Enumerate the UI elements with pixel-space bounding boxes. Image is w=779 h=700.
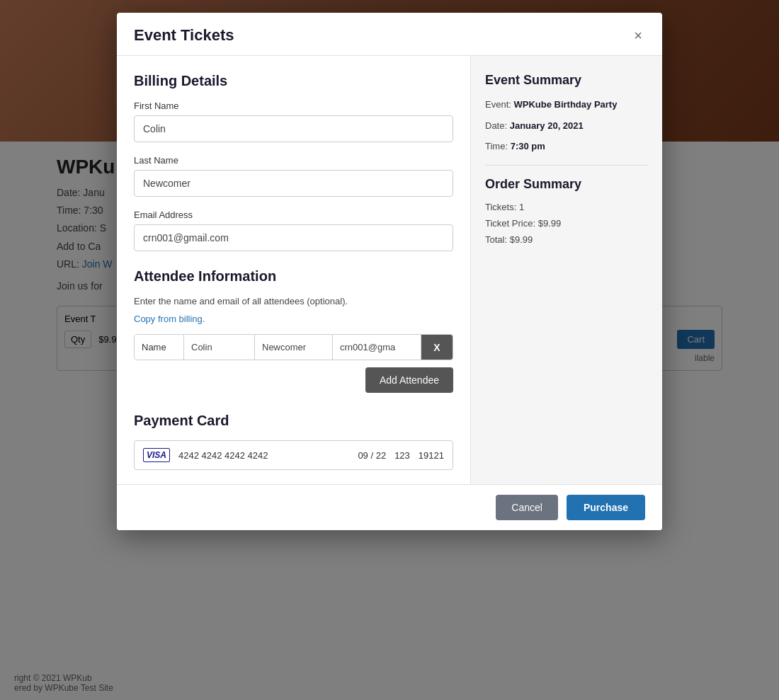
email-label: Email Address	[134, 210, 453, 220]
copy-from-billing-link[interactable]: Copy from billing.	[134, 314, 205, 324]
first-name-label: First Name	[134, 101, 453, 111]
tickets-value: 1	[519, 202, 524, 212]
attendee-first-name: Colin	[184, 335, 255, 360]
modal-overlay: Event Tickets × Billing Details First Na…	[0, 0, 779, 700]
ticket-price-row: Ticket Price: $9.99	[485, 218, 648, 229]
event-time-row: Time: 7:30 pm	[485, 139, 648, 154]
billing-section-title: Billing Details	[134, 73, 453, 89]
attendee-section-title: Attendee Information	[134, 268, 453, 285]
card-zip: 19121	[419, 450, 444, 461]
total-value: $9.99	[510, 234, 533, 245]
first-name-input[interactable]	[134, 115, 453, 142]
cancel-button[interactable]: Cancel	[496, 495, 558, 520]
modal-title: Event Tickets	[134, 26, 234, 45]
card-cvv: 123	[394, 450, 410, 461]
date-value: January 20, 2021	[510, 120, 584, 131]
price-value: $9.99	[538, 218, 562, 229]
card-expiry: 09 / 22	[358, 450, 386, 461]
modal-close-button[interactable]: ×	[631, 25, 645, 45]
add-attendee-button[interactable]: Add Attendee	[365, 367, 453, 393]
attendee-email: crn001@gma	[333, 335, 421, 360]
event-name: WPKube Birthday Party	[513, 99, 617, 110]
tickets-label: Tickets:	[485, 202, 516, 212]
event-summary-title: Event Summary	[485, 73, 648, 88]
modal: Event Tickets × Billing Details First Na…	[117, 13, 662, 530]
price-label: Ticket Price:	[485, 218, 535, 229]
attendee-name-label: Name	[135, 335, 184, 360]
attendee-section: Attendee Information Enter the name and …	[134, 268, 453, 393]
time-label: Time:	[485, 141, 508, 151]
event-label: Event:	[485, 99, 511, 110]
right-panel: Event Summary Event: WPKube Birthday Par…	[471, 56, 662, 484]
summary-divider	[485, 165, 648, 166]
attendee-remove-button[interactable]: X	[421, 335, 453, 360]
purchase-button[interactable]: Purchase	[567, 495, 645, 520]
left-panel: Billing Details First Name Last Name Ema…	[117, 56, 471, 484]
event-date-row: Date: January 20, 2021	[485, 119, 648, 133]
visa-icon: VISA	[143, 448, 170, 462]
time-value: 7:30 pm	[511, 141, 545, 151]
total-row: Total: $9.99	[485, 234, 648, 245]
card-row: VISA 4242 4242 4242 4242 09 / 22 123 191…	[134, 440, 453, 470]
total-label: Total:	[485, 234, 507, 245]
email-input[interactable]	[134, 224, 453, 251]
tickets-row: Tickets: 1	[485, 202, 648, 212]
date-label: Date:	[485, 120, 507, 131]
modal-header: Event Tickets ×	[117, 13, 662, 56]
event-name-row: Event: WPKube Birthday Party	[485, 98, 648, 112]
last-name-input[interactable]	[134, 170, 453, 197]
card-number: 4242 4242 4242 4242	[178, 450, 349, 461]
payment-section: Payment Card VISA 4242 4242 4242 4242 09…	[134, 413, 453, 470]
attendee-last-name: Newcomer	[255, 335, 333, 360]
email-group: Email Address	[134, 210, 453, 251]
attendee-row: Name Colin Newcomer crn001@gma X	[134, 334, 453, 360]
modal-body: Billing Details First Name Last Name Ema…	[117, 56, 662, 484]
last-name-group: Last Name	[134, 155, 453, 197]
last-name-label: Last Name	[134, 155, 453, 166]
order-summary-title: Order Summary	[485, 177, 648, 192]
first-name-group: First Name	[134, 101, 453, 142]
modal-footer: Cancel Purchase	[117, 484, 662, 530]
attendee-description: Enter the name and email of all attendee…	[134, 296, 453, 306]
payment-section-title: Payment Card	[134, 413, 453, 429]
